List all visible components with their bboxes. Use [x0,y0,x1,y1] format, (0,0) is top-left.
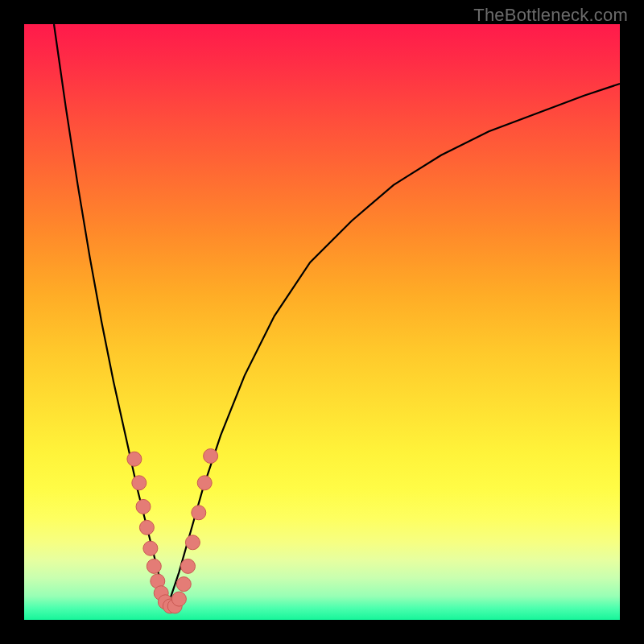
sample-point [185,535,200,550]
sample-point [143,541,158,555]
sample-point [139,520,154,535]
sample-point [197,476,212,490]
sample-point [127,452,142,466]
curve-layer [24,24,620,620]
sample-point [171,592,186,606]
sample-point [204,449,218,464]
sample-point [136,499,151,514]
right-branch-curve [167,84,620,608]
watermark-text: TheBottleneck.com [473,5,628,26]
sample-point [147,559,161,573]
sample-point [192,506,206,520]
left-branch-curve [54,24,167,608]
chart-frame: TheBottleneck.com [0,0,644,644]
plot-area [24,24,620,620]
sample-point [181,559,196,573]
sample-point [132,476,147,490]
marker-group [127,449,218,614]
sample-point [176,577,191,592]
